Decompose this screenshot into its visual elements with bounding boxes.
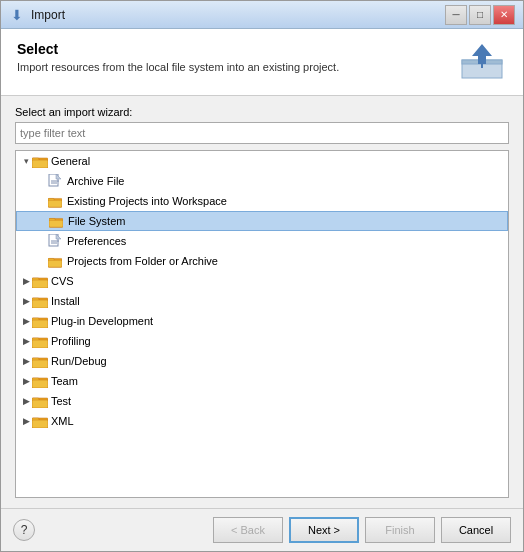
tree-item-profiling[interactable]: ▶ Profiling	[16, 331, 508, 351]
close-button[interactable]: ✕	[493, 5, 515, 25]
cancel-button[interactable]: Cancel	[441, 517, 511, 543]
tree-item-test[interactable]: ▶ Test	[16, 391, 508, 411]
help-button[interactable]: ?	[13, 519, 35, 541]
item-label-xml: XML	[51, 415, 74, 427]
tree-item-plugin-dev[interactable]: ▶ Plug-in Development	[16, 311, 508, 331]
window-controls: ─ □ ✕	[445, 5, 515, 25]
toggle-run-debug[interactable]: ▶	[20, 355, 32, 367]
toggle-file-system[interactable]	[37, 215, 49, 227]
item-icon-general	[32, 154, 48, 168]
item-label-preferences: Preferences	[67, 235, 126, 247]
import-dialog: ⬇ Import ─ □ ✕ Select Import resources f…	[0, 0, 524, 552]
tree-item-xml[interactable]: ▶ XML	[16, 411, 508, 431]
tree-item-archive-file[interactable]: Archive File	[16, 171, 508, 191]
item-icon-existing-projects	[48, 194, 64, 208]
tree-item-run-debug[interactable]: ▶ Run/Debug	[16, 351, 508, 371]
filter-input[interactable]	[15, 122, 509, 144]
toggle-cvs[interactable]: ▶	[20, 275, 32, 287]
footer: ? < Back Next > Finish Cancel	[1, 508, 523, 551]
item-label-plugin-dev: Plug-in Development	[51, 315, 153, 327]
toggle-projects-folder[interactable]	[36, 255, 48, 267]
tree-item-install[interactable]: ▶ Install	[16, 291, 508, 311]
next-button[interactable]: Next >	[289, 517, 359, 543]
tree-item-preferences[interactable]: Preferences	[16, 231, 508, 251]
item-icon-xml	[32, 414, 48, 428]
header-section: Select Import resources from the local f…	[1, 29, 523, 96]
tree-item-team[interactable]: ▶ Team	[16, 371, 508, 391]
item-label-profiling: Profiling	[51, 335, 91, 347]
toggle-archive-file[interactable]	[36, 175, 48, 187]
dialog-description: Import resources from the local file sys…	[17, 61, 339, 73]
item-icon-install	[32, 294, 48, 308]
item-icon-preferences	[48, 234, 64, 248]
filter-label: Select an import wizard:	[15, 106, 509, 118]
content-area: Select an import wizard: ▾ General Archi…	[1, 96, 523, 508]
item-label-test: Test	[51, 395, 71, 407]
svg-rect-38	[32, 360, 48, 368]
svg-rect-44	[32, 400, 48, 408]
item-label-install: Install	[51, 295, 80, 307]
item-icon-archive-file	[48, 174, 64, 188]
toggle-preferences[interactable]	[36, 235, 48, 247]
import-icon	[458, 42, 506, 82]
minimize-button[interactable]: ─	[445, 5, 467, 25]
toggle-team[interactable]: ▶	[20, 375, 32, 387]
item-label-projects-folder: Projects from Folder or Archive	[67, 255, 218, 267]
tree-item-cvs[interactable]: ▶ CVS	[16, 271, 508, 291]
footer-right: < Back Next > Finish Cancel	[213, 517, 511, 543]
item-label-run-debug: Run/Debug	[51, 355, 107, 367]
svg-rect-23	[48, 260, 62, 267]
window-title: Import	[31, 8, 445, 22]
item-label-cvs: CVS	[51, 275, 74, 287]
tree-item-file-system[interactable]: File System	[16, 211, 508, 231]
toggle-xml[interactable]: ▶	[20, 415, 32, 427]
item-icon-team	[32, 374, 48, 388]
svg-rect-16	[49, 220, 63, 227]
toggle-plugin-dev[interactable]: ▶	[20, 315, 32, 327]
maximize-button[interactable]: □	[469, 5, 491, 25]
tree-container[interactable]: ▾ General Archive File Existing Projects…	[15, 150, 509, 498]
item-icon-file-system	[49, 214, 65, 228]
item-label-existing-projects: Existing Projects into Workspace	[67, 195, 227, 207]
header-icon	[457, 41, 507, 83]
svg-rect-13	[48, 200, 62, 207]
toggle-general[interactable]: ▾	[20, 155, 32, 167]
item-icon-plugin-dev	[32, 314, 48, 328]
back-button[interactable]: < Back	[213, 517, 283, 543]
item-label-archive-file: Archive File	[67, 175, 124, 187]
dialog-title: Select	[17, 41, 339, 57]
toggle-existing-projects[interactable]	[36, 195, 48, 207]
tree-item-projects-folder[interactable]: Projects from Folder or Archive	[16, 251, 508, 271]
toggle-test[interactable]: ▶	[20, 395, 32, 407]
item-icon-cvs	[32, 274, 48, 288]
svg-rect-29	[32, 300, 48, 308]
header-text: Select Import resources from the local f…	[17, 41, 339, 73]
footer-left: ?	[13, 519, 35, 541]
item-label-team: Team	[51, 375, 78, 387]
window-icon: ⬇	[9, 7, 25, 23]
item-icon-profiling	[32, 334, 48, 348]
svg-rect-26	[32, 280, 48, 288]
svg-rect-47	[32, 420, 48, 428]
item-icon-test	[32, 394, 48, 408]
svg-rect-32	[32, 320, 48, 328]
svg-rect-41	[32, 380, 48, 388]
title-bar: ⬇ Import ─ □ ✕	[1, 1, 523, 29]
tree-item-existing-projects[interactable]: Existing Projects into Workspace	[16, 191, 508, 211]
toggle-profiling[interactable]: ▶	[20, 335, 32, 347]
item-icon-run-debug	[32, 354, 48, 368]
tree-item-general[interactable]: ▾ General	[16, 151, 508, 171]
item-label-general: General	[51, 155, 90, 167]
svg-rect-35	[32, 340, 48, 348]
item-label-file-system: File System	[68, 215, 125, 227]
finish-button[interactable]: Finish	[365, 517, 435, 543]
item-icon-projects-folder	[48, 254, 64, 268]
svg-rect-6	[32, 160, 48, 168]
toggle-install[interactable]: ▶	[20, 295, 32, 307]
